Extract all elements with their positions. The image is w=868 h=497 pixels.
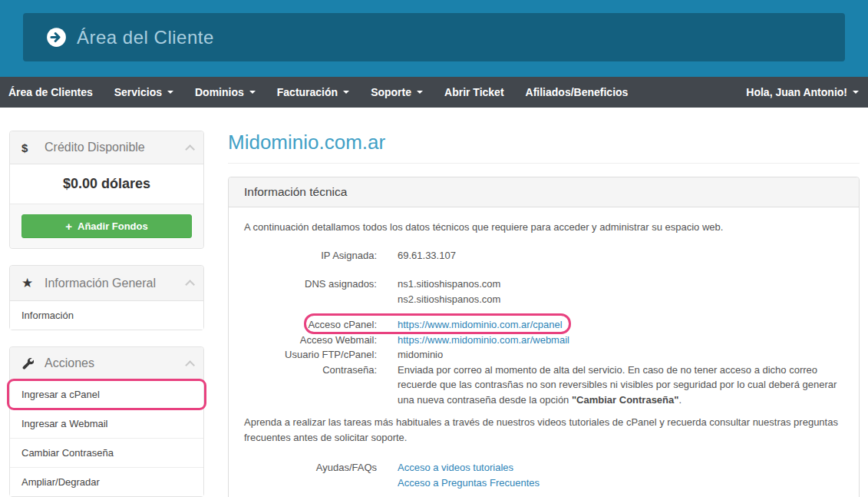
dns-label: DNS asignados: — [244, 277, 377, 306]
dns-row: DNS asignados: ns1.sitioshispanos.com ns… — [244, 277, 843, 306]
content-area: $ Crédito Disponible $0.00 dólares + Aña… — [0, 108, 868, 497]
actions-list: Ingresar a cPanel Ingresar a Webmail Cam… — [10, 380, 203, 496]
nav-item-facturacion[interactable]: Facturación — [266, 77, 360, 108]
tutorials-text: Aprenda a realizar las tareas más habitu… — [244, 415, 843, 445]
credit-panel-header[interactable]: $ Crédito Disponible — [10, 131, 203, 164]
password-description: Enviada por correo al momento de alta de… — [398, 363, 843, 408]
password-bold-text: "Cambiar Contraseña" — [572, 394, 678, 406]
top-band: Área del Cliente — [0, 0, 868, 77]
general-info-panel-header[interactable]: ★ Información General — [10, 266, 203, 301]
cpanel-access-row: Acceso cPanel: https://www.midominio.com… — [244, 317, 843, 333]
caret-down-icon — [343, 91, 349, 94]
plus-icon: + — [65, 220, 72, 233]
webmail-access-row: Acceso Webmail: https://www.midominio.co… — [244, 333, 843, 348]
dns-value-2: ns2.sitioshispanos.com — [398, 292, 843, 307]
wrench-icon — [21, 357, 45, 369]
actions-panel: Acciones Ingresar a cPanel Ingresar a We… — [9, 346, 204, 497]
brand-box: Área del Cliente — [23, 13, 845, 61]
webmail-access-value: https://www.midominio.com.ar/webmail — [398, 333, 843, 348]
cpanel-access-label: Acceso cPanel: — [244, 317, 377, 333]
nav-item-servicios[interactable]: Servicios — [104, 77, 184, 108]
nav-item-dominios[interactable]: Dominios — [184, 77, 266, 108]
page-title: Midominio.com.ar — [228, 131, 860, 154]
dns-values: ns1.sitioshispanos.com ns2.sitioshispano… — [398, 277, 843, 306]
ip-row: IP Asignada: 69.61.33.107 — [244, 248, 843, 263]
ftp-user-row: Usuario FTP/cPanel: midominio — [244, 347, 843, 363]
actions-panel-title: Acciones — [45, 356, 94, 370]
credit-panel: $ Crédito Disponible $0.00 dólares + Aña… — [9, 131, 204, 249]
main-navbar: Área de Clientes Servicios Dominios Fact… — [0, 77, 868, 108]
sidebar-item-ingresar-a-webmail[interactable]: Ingresar a Webmail — [10, 409, 203, 438]
ip-label: IP Asignada: — [244, 248, 377, 263]
caret-down-icon — [417, 91, 423, 94]
ftp-user-value: midominio — [398, 347, 843, 363]
video-tutorials-link[interactable]: Acceso a videos tutoriales — [398, 460, 843, 475]
credit-panel-footer: + Añadir Fondos — [10, 204, 203, 248]
title-divider — [228, 163, 860, 164]
nav-item-area-de-clientes[interactable]: Área de Clientes — [0, 77, 104, 108]
page-header-title: Área del Cliente — [77, 27, 214, 48]
nav-item-abrir-ticket[interactable]: Abrir Ticket — [434, 77, 515, 108]
credit-amount: $0.00 dólares — [10, 164, 203, 204]
chevron-up-icon[interactable] — [185, 360, 195, 370]
webmail-url-link[interactable]: https://www.midominio.com.ar/webmail — [398, 334, 569, 346]
caret-down-icon — [167, 91, 173, 94]
faq-links: Acceso a videos tutoriales Acceso a Preg… — [398, 460, 843, 490]
sidebar-item-ingresar-a-cpanel[interactable]: Ingresar a cPanel — [10, 380, 203, 409]
credit-panel-title: Crédito Disponible — [45, 141, 145, 154]
intro-text: A continuación detallamos todos los dato… — [244, 220, 843, 235]
dollar-icon: $ — [21, 141, 45, 154]
technical-info-panel: Información técnica A continuación detal… — [228, 177, 860, 497]
general-info-panel: ★ Información General Información — [9, 265, 204, 330]
ip-value: 69.61.33.107 — [398, 248, 843, 263]
password-row: Contraseña: Enviada por correo al moment… — [244, 363, 843, 408]
webmail-access-label: Acceso Webmail: — [244, 333, 377, 348]
caret-down-icon — [853, 91, 859, 94]
ftp-user-label: Usuario FTP/cPanel: — [244, 347, 377, 363]
add-funds-button[interactable]: + Añadir Fondos — [21, 214, 192, 238]
faq-label: Ayudas/FAQs — [244, 460, 377, 490]
nav-item-soporte[interactable]: Soporte — [360, 77, 434, 108]
technical-info-panel-body: A continuación detallamos todos los dato… — [229, 207, 859, 497]
sidebar-item-cambiar-contrasena[interactable]: Cambiar Contraseña — [10, 438, 203, 467]
sidebar: $ Crédito Disponible $0.00 dólares + Aña… — [9, 131, 204, 497]
user-menu[interactable]: Hola, Juan Antonio! — [735, 77, 868, 108]
arrow-right-circle-icon — [46, 27, 67, 48]
cpanel-url-link[interactable]: https://www.midominio.com.ar/cpanel — [398, 319, 563, 330]
faq-row: Ayudas/FAQs Acceso a videos tutoriales A… — [244, 460, 843, 490]
main-content: Midominio.com.ar Información técnica A c… — [228, 131, 860, 497]
sidebar-item-ampliar-degradar[interactable]: Ampliar/Degradar — [10, 467, 203, 496]
general-info-panel-title: Información General — [45, 277, 156, 290]
sidebar-item-informacion[interactable]: Información — [10, 301, 203, 330]
dns-value-1: ns1.sitioshispanos.com — [398, 277, 843, 292]
caret-down-icon — [249, 91, 256, 94]
star-icon: ★ — [21, 275, 45, 291]
actions-panel-header[interactable]: Acciones — [10, 347, 203, 380]
nav-item-afiliados-beneficios[interactable]: Afiliados/Beneficios — [515, 77, 639, 108]
chevron-up-icon[interactable] — [185, 144, 195, 154]
password-label: Contraseña: — [244, 363, 377, 408]
technical-info-panel-title: Información técnica — [229, 177, 859, 207]
chevron-up-icon[interactable] — [185, 280, 195, 290]
cpanel-access-value: https://www.midominio.com.ar/cpanel — [398, 317, 843, 333]
general-info-list: Información — [10, 301, 203, 330]
faq-link[interactable]: Acceso a Preguntas Frecuentes — [398, 475, 843, 491]
